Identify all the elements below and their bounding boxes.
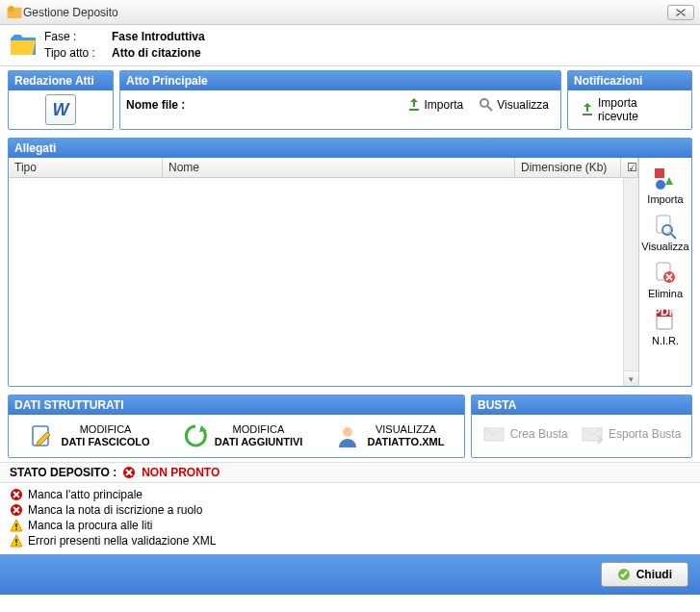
status-value: NON PRONTO: [142, 466, 220, 479]
chiudi-button[interactable]: Chiudi: [601, 562, 688, 587]
modifica-fascicolo-l1: MODIFICA: [62, 423, 150, 436]
side-nir-label: N.I.R.: [652, 335, 679, 346]
svg-rect-1: [409, 109, 419, 111]
col-nome[interactable]: Nome: [163, 158, 515, 177]
svg-rect-5: [655, 168, 664, 178]
allegati-table-body: ▾: [9, 178, 638, 386]
svg-rect-28: [15, 539, 17, 543]
message-text: Manca la nota di iscrizione a ruolo: [28, 503, 202, 517]
esporta-busta-label: Esporta Busta: [609, 427, 681, 441]
window-icon: [6, 4, 23, 21]
allegati-table[interactable]: Tipo Nome Dimensione (Kb) ☑ ▾: [9, 158, 639, 386]
panel-redazione-atti: Redazione Atti W: [8, 70, 114, 130]
panel-header-dati: DATI STRUTTURATI: [9, 395, 464, 415]
side-importa-button[interactable]: Importa: [641, 164, 689, 209]
side-nir-button[interactable]: PDF N.I.R.: [641, 305, 689, 350]
scroll-down-icon[interactable]: ▾: [624, 370, 638, 386]
window-close-button[interactable]: [667, 5, 694, 20]
tipo-atto-value: Atto di citazione: [112, 46, 205, 60]
svg-point-2: [480, 99, 488, 107]
word-icon-button[interactable]: W: [45, 94, 76, 125]
message-text: Manca l'atto principale: [28, 488, 143, 501]
svg-line-10: [671, 234, 676, 239]
modifica-fascicolo-button[interactable]: MODIFICADATI FASCICOLO: [25, 421, 154, 451]
nome-file-label: Nome file :: [126, 98, 185, 112]
refresh-icon: [182, 422, 209, 449]
panel-header-notificazioni: Notificazioni: [568, 71, 691, 90]
validation-message: Manca la procura alle liti: [10, 518, 690, 533]
panel-header-allegati: Allegati: [9, 139, 691, 158]
import-arrow-icon: [580, 102, 595, 117]
message-text: Errori presenti nella validazione XML: [28, 534, 216, 548]
panel-notificazioni: Notificazioni Importa ricevute: [567, 70, 692, 130]
status-bar: STATO DEPOSITO : NON PRONTO: [0, 462, 700, 483]
window-title: Gestione Deposito: [23, 6, 667, 19]
crea-busta-label: Crea Busta: [510, 427, 568, 441]
crea-busta-button: Crea Busta: [479, 421, 572, 447]
svg-marker-6: [665, 177, 673, 185]
importa-principale-label: Importa: [425, 98, 464, 112]
esporta-busta-button: Esporta Busta: [577, 421, 685, 447]
svg-point-7: [656, 180, 665, 190]
importa-principale-button[interactable]: Importa: [401, 95, 470, 115]
message-text: Manca la procura alle liti: [28, 519, 152, 532]
visualizza-principale-label: Visualizza: [497, 98, 549, 112]
svg-rect-29: [15, 544, 17, 546]
status-label: STATO DEPOSITO :: [10, 466, 117, 479]
fase-label: Fase :: [44, 30, 112, 43]
validation-message: Manca l'atto principale: [10, 487, 690, 502]
col-dimensione[interactable]: Dimensione (Kb): [515, 158, 621, 177]
tipo-atto-label: Tipo atto :: [44, 46, 112, 60]
panel-header-redazione: Redazione Atti: [9, 71, 113, 90]
side-visualizza-button[interactable]: Visualizza: [641, 211, 689, 256]
side-elimina-label: Elimina: [648, 288, 683, 299]
side-visualizza-label: Visualizza: [641, 241, 688, 252]
col-flag[interactable]: ☑: [621, 158, 638, 177]
side-elimina-button[interactable]: Elimina: [641, 258, 689, 303]
error-icon: [10, 503, 23, 517]
col-tipo[interactable]: Tipo: [9, 158, 163, 177]
error-icon: [10, 488, 23, 501]
delete-page-icon: [652, 260, 679, 287]
vertical-scrollbar[interactable]: ▾: [623, 178, 638, 386]
edit-page-icon: [29, 422, 56, 449]
ok-check-icon: [617, 568, 631, 581]
modifica-fascicolo-l2: DATI FASCICOLO: [62, 436, 150, 448]
svg-line-3: [487, 106, 492, 111]
import-arrow-icon: [406, 97, 422, 113]
panel-atto-principale: Atto Principale Nome file : Importa Visu…: [119, 70, 561, 130]
panel-header-busta: BUSTA: [472, 395, 691, 415]
panel-header-principale: Atto Principale: [120, 71, 560, 90]
svg-text:PDF: PDF: [653, 307, 676, 319]
import-shapes-icon: [652, 166, 679, 192]
magnifier-page-icon: [652, 213, 679, 240]
validation-message: Errori presenti nella validazione XML: [10, 533, 690, 548]
header-info: Fase : Fase Introduttiva Tipo atto : Att…: [0, 25, 700, 66]
importa-ricevute-button[interactable]: Importa ricevute: [574, 94, 686, 125]
footer-bar: Chiudi: [0, 554, 700, 595]
user-icon: [334, 422, 361, 449]
visualizza-datiatto-l2: DATIATTO.XML: [367, 436, 444, 448]
importa-ricevute-label: Importa ricevute: [598, 96, 680, 123]
pdf-icon: PDF: [652, 307, 679, 334]
warning-icon: [10, 534, 23, 548]
svg-point-18: [343, 427, 352, 437]
svg-rect-25: [15, 523, 17, 527]
svg-point-0: [9, 7, 13, 12]
visualizza-datiatto-button[interactable]: VISUALIZZADATIATTO.XML: [330, 421, 448, 451]
modifica-aggiuntivi-button[interactable]: MODIFICADATI AGGIUNTIVI: [178, 421, 307, 451]
envelope-export-icon: [581, 422, 604, 446]
visualizza-principale-button[interactable]: Visualizza: [473, 95, 555, 115]
panel-busta: BUSTA Crea Busta Esporta Busta: [471, 395, 692, 458]
modifica-agg-l2: DATI AGGIUNTIVI: [215, 436, 303, 448]
status-error-icon: [122, 466, 136, 479]
folder-icon: [8, 29, 39, 60]
warning-icon: [10, 519, 23, 532]
envelope-icon: [482, 422, 506, 446]
validation-message: Manca la nota di iscrizione a ruolo: [10, 502, 690, 518]
title-bar: Gestione Deposito: [0, 0, 700, 25]
validation-messages: Manca l'atto principaleManca la nota di …: [0, 483, 700, 554]
chiudi-label: Chiudi: [636, 568, 672, 581]
svg-rect-26: [15, 528, 17, 530]
fase-value: Fase Introduttiva: [112, 30, 205, 43]
